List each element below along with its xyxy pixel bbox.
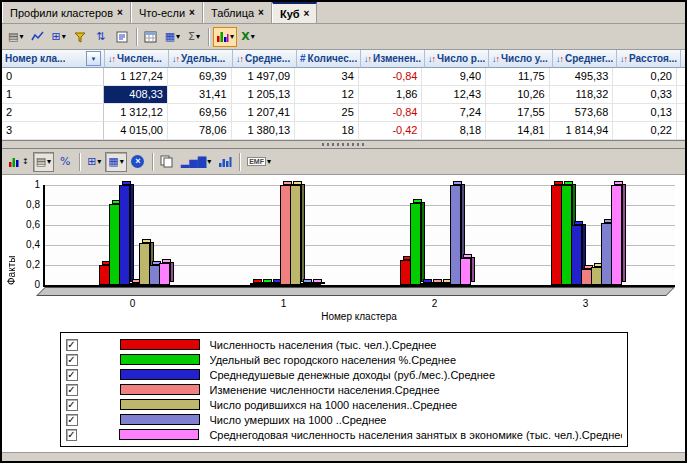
chart-view-button[interactable]: ▾ bbox=[213, 27, 237, 47]
table-cell[interactable]: 78,06 bbox=[168, 122, 232, 140]
bar[interactable] bbox=[611, 185, 622, 285]
table-cell[interactable]: -0,84 bbox=[359, 68, 423, 86]
column-header[interactable]: ↓↑ Числен... bbox=[105, 50, 169, 68]
dropdown-arrow-icon[interactable]: ▾ bbox=[120, 158, 124, 166]
field-chooser-button[interactable]: ⊞ ▾ bbox=[48, 27, 68, 47]
percent-button[interactable]: % bbox=[55, 152, 75, 172]
table-cell[interactable]: 14,81 bbox=[486, 122, 550, 140]
legend-checkbox[interactable]: ✓ bbox=[66, 354, 78, 366]
tab-close-icon[interactable]: × bbox=[117, 8, 123, 18]
table-cell[interactable]: 0,33 bbox=[613, 86, 677, 104]
tab-close-icon[interactable]: × bbox=[189, 8, 195, 18]
row-id-cell[interactable]: 3 bbox=[2, 122, 104, 140]
column-header[interactable]: ↓↑ Изменен... bbox=[361, 50, 425, 68]
table-cell[interactable]: 1 207,41 bbox=[232, 104, 296, 122]
grid-view-button[interactable] bbox=[141, 27, 161, 47]
bar[interactable] bbox=[119, 185, 130, 285]
dropdown-arrow-icon[interactable]: ▾ bbox=[207, 158, 211, 166]
table-cell[interactable]: 573,68 bbox=[550, 104, 614, 122]
row-id-cell[interactable]: 1 bbox=[2, 86, 104, 104]
column-header[interactable]: ↓↑ Среднег... bbox=[553, 50, 617, 68]
bar-chart-button[interactable]: ▂▅▇ ▾ bbox=[178, 152, 214, 172]
dropdown-arrow-icon[interactable]: ▾ bbox=[97, 158, 101, 166]
table-cell[interactable]: 1 814,94 bbox=[550, 122, 614, 140]
legend-checkbox[interactable]: ✓ bbox=[66, 339, 78, 351]
bar[interactable] bbox=[159, 263, 170, 285]
bar[interactable] bbox=[290, 185, 301, 285]
tab-close-icon[interactable]: × bbox=[304, 9, 310, 19]
legend-checkbox[interactable]: ✓ bbox=[66, 429, 78, 441]
emf-export-button[interactable]: EMF ▾ bbox=[244, 152, 274, 172]
clear-selection-button[interactable]: × bbox=[128, 152, 148, 172]
filter-dropdown-icon[interactable]: ▼ bbox=[86, 51, 101, 66]
column-header[interactable]: ↓↑ Число у... bbox=[489, 50, 553, 68]
dropdown-arrow-icon[interactable]: ▾ bbox=[47, 158, 51, 166]
filter-button[interactable] bbox=[70, 27, 90, 47]
table-cell[interactable]: 25 bbox=[295, 104, 359, 122]
splitter-handle-icon[interactable] bbox=[322, 143, 366, 146]
bar[interactable] bbox=[310, 283, 321, 285]
dropdown-arrow-icon[interactable]: ▾ bbox=[19, 33, 23, 41]
table-cell[interactable]: 0,13 bbox=[613, 104, 677, 122]
table-cell[interactable]: 10,26 bbox=[486, 86, 550, 104]
report-button[interactable]: ▤ ▾ bbox=[5, 27, 26, 47]
copy-button[interactable] bbox=[157, 152, 177, 172]
legend-checkbox[interactable]: ✓ bbox=[66, 369, 78, 381]
table-view-button[interactable]: ▦ ▾ bbox=[162, 27, 183, 47]
column-header[interactable]: ↓↑ Число р... bbox=[425, 50, 489, 68]
chart-plot[interactable] bbox=[43, 185, 675, 287]
table-row[interactable]: 01 127,2469,391 497,0934-0,849,4011,7549… bbox=[2, 68, 685, 86]
dropdown-arrow-icon[interactable]: ▾ bbox=[62, 33, 66, 41]
pivot-button[interactable]: ▦ ▾ bbox=[105, 152, 126, 172]
pane-splitter[interactable] bbox=[2, 140, 685, 149]
excel-export-button[interactable]: X ▾ bbox=[238, 27, 258, 47]
tab-what-if[interactable]: Что-если × bbox=[131, 2, 203, 23]
sort-button[interactable]: ⇅ bbox=[91, 27, 111, 47]
totals-button[interactable]: Σ ▾ bbox=[184, 27, 204, 47]
column-header[interactable]: ↓↑ Расстоя... bbox=[617, 50, 681, 68]
legend-button[interactable]: ▤ ▾ bbox=[33, 152, 54, 172]
tab-cube[interactable]: Куб × bbox=[272, 2, 317, 23]
dropdown-arrow-icon[interactable]: ▾ bbox=[251, 33, 255, 41]
table-cell[interactable]: 7,24 bbox=[422, 104, 486, 122]
table-row[interactable]: 1408,3331,411 205,13121,8612,4310,26118,… bbox=[2, 86, 685, 104]
column-header-cluster[interactable]: Номер кла... ▼ bbox=[2, 50, 105, 68]
table-cell[interactable]: 1 205,13 bbox=[232, 86, 296, 104]
dropdown-arrow-icon[interactable]: ▾ bbox=[267, 158, 271, 166]
details-button[interactable]: ⊞ ▾ bbox=[84, 152, 104, 172]
legend-checkbox[interactable]: ✓ bbox=[66, 414, 78, 426]
table-cell[interactable]: 69,39 bbox=[168, 68, 232, 86]
table-cell[interactable]: 0,20 bbox=[613, 68, 677, 86]
table-cell[interactable]: 8,18 bbox=[422, 122, 486, 140]
tab-close-icon[interactable]: × bbox=[258, 8, 264, 18]
table-cell[interactable]: 18 bbox=[295, 122, 359, 140]
table-cell[interactable]: 17,55 bbox=[486, 104, 550, 122]
legend-checkbox[interactable]: ✓ bbox=[66, 384, 78, 396]
table-row[interactable]: 21 312,1269,561 207,4125-0,847,2417,5557… bbox=[2, 104, 685, 122]
table-cell[interactable]: 1 380,13 bbox=[232, 122, 296, 140]
table-cell[interactable]: 495,33 bbox=[550, 68, 614, 86]
legend-checkbox[interactable]: ✓ bbox=[66, 399, 78, 411]
tab-table[interactable]: Таблица × bbox=[203, 2, 272, 23]
row-id-cell[interactable]: 2 bbox=[2, 104, 104, 122]
row-id-cell[interactable]: 0 bbox=[2, 68, 104, 86]
table-cell[interactable]: 11,75 bbox=[486, 68, 550, 86]
table-cell[interactable]: 9,40 bbox=[422, 68, 486, 86]
table-cell[interactable]: 1,86 bbox=[359, 86, 423, 104]
table-cell[interactable]: 69,56 bbox=[168, 104, 232, 122]
dropdown-arrow-icon[interactable]: ▾ bbox=[230, 33, 234, 41]
table-cell[interactable]: 1 127,24 bbox=[104, 68, 168, 86]
dropdown-arrow-icon[interactable]: ▾ bbox=[176, 33, 180, 41]
table-cell[interactable]: 12 bbox=[295, 86, 359, 104]
table-cell[interactable]: 31,41 bbox=[168, 86, 232, 104]
bar[interactable] bbox=[410, 203, 421, 285]
table-cell[interactable]: 12,43 bbox=[422, 86, 486, 104]
table-cell[interactable]: 1 497,09 bbox=[232, 68, 296, 86]
histogram-button[interactable] bbox=[215, 152, 235, 172]
table-cell[interactable]: 118,32 bbox=[550, 86, 614, 104]
table-row[interactable]: 34 015,0078,061 380,1318-0,428,1814,811 … bbox=[2, 122, 685, 140]
bar[interactable] bbox=[460, 258, 471, 285]
column-header[interactable]: # Количес... bbox=[297, 50, 361, 68]
table-cell[interactable]: -0,42 bbox=[359, 122, 423, 140]
table-cell[interactable]: 408,33 bbox=[104, 86, 168, 104]
